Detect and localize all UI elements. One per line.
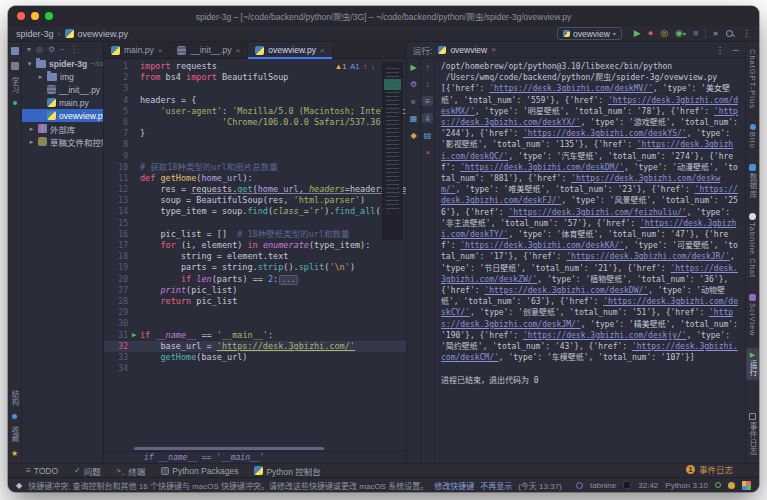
console-url-link[interactable]: 'https://desk.3gbizhi.com/deskMX/' bbox=[441, 96, 738, 116]
console-url-link[interactable]: 'https://desk.3gbizhi.com/deskZW/' bbox=[441, 264, 738, 284]
console-output[interactable]: /opt/homebrew/opt/python@3.10/libexec/bi… bbox=[435, 58, 745, 463]
locate-file-button[interactable]: ◎ bbox=[36, 45, 43, 54]
code-line[interactable]: 16 pic_list = [] # 18种壁纸类型的url和数量 bbox=[104, 229, 406, 240]
code-line[interactable]: 4headers = { bbox=[104, 95, 406, 106]
code-line[interactable]: 18 string = element.text bbox=[104, 251, 406, 262]
interpreter-widget[interactable]: Python 3.10 bbox=[665, 481, 708, 490]
run-button[interactable]: ▶ bbox=[634, 29, 641, 38]
minimize-window-button[interactable] bbox=[31, 12, 39, 20]
down-stack-trace-button[interactable]: ↓ bbox=[422, 79, 433, 89]
chevron-right-icon[interactable]: ▸ bbox=[37, 73, 44, 81]
console-url-link[interactable]: 'https://desk.3gbizhi.com/deskDW/' bbox=[484, 286, 648, 295]
code-editor[interactable]: 1import requests2from bs4 import Beautif… bbox=[104, 59, 406, 451]
code-line[interactable]: 17 for (i, element) in enumerate(type_it… bbox=[104, 240, 406, 251]
code-line[interactable]: 27 print(pic_list) bbox=[104, 285, 406, 296]
chevron-right-icon[interactable]: ▸ bbox=[28, 125, 35, 133]
code-line[interactable]: 13 soup = BeautifulSoup(res, 'html.parse… bbox=[104, 195, 406, 206]
close-icon[interactable]: × bbox=[158, 46, 163, 55]
structure-tool-label[interactable]: 结构 bbox=[9, 390, 20, 407]
console-url-link[interactable]: 'https://desk.3gbizhi.com/deskYS/' bbox=[523, 129, 687, 138]
up-stack-trace-button[interactable]: ↑ bbox=[422, 62, 433, 72]
learn-tool-label[interactable]: 学习 bbox=[9, 77, 20, 94]
editor-tab[interactable]: ovewview.py× bbox=[248, 42, 332, 58]
code-line[interactable]: 33 getHome(base_url) bbox=[104, 352, 406, 363]
tree-item-[interactable]: ▸外部库 bbox=[22, 122, 103, 135]
favorites-tool-label[interactable]: 收藏 bbox=[9, 426, 20, 443]
settings-gear-icon[interactable]: ⚙ bbox=[48, 45, 55, 54]
code-line[interactable]: 5 'user-agent': 'Mozilla/5.0 (Macintosh;… bbox=[104, 106, 406, 117]
console-url-link[interactable]: 'https://desk.3gbizhi.com/deskCM/' bbox=[441, 342, 738, 362]
code-line[interactable]: 6 'Chrome/106.0.0.0 Safari/537.36 ' bbox=[104, 117, 406, 128]
pin-tab-icon[interactable]: ◆ bbox=[408, 130, 419, 140]
code-line[interactable]: 8 bbox=[104, 139, 406, 150]
close-window-button[interactable] bbox=[17, 12, 25, 20]
console-url-link[interactable]: 'https://desk.3gbizhi.com/deskCY/' bbox=[441, 297, 738, 317]
print-button[interactable]: ▤ bbox=[422, 130, 433, 140]
tool-window-button-problems[interactable]: ✓问题 bbox=[74, 465, 101, 477]
next-issue-icon[interactable]: ↓ bbox=[371, 62, 375, 71]
restore-layout-button[interactable]: ▦ bbox=[408, 113, 419, 123]
tool-window-button-python-console[interactable]: Python 控制台 bbox=[254, 465, 320, 477]
commit-tool-icon[interactable] bbox=[11, 62, 19, 70]
tool-stripe-chatgpt[interactable]: ChatGPT-Plus bbox=[747, 46, 758, 112]
editor-tab[interactable]: __init__.py× bbox=[170, 42, 248, 58]
chevron-right-icon[interactable]: ▸ bbox=[28, 138, 35, 146]
dont-show-again-link[interactable]: 不再显示 bbox=[480, 480, 512, 491]
console-url-link[interactable]: 'https://desk.3gbizhi.com/deskKA/' bbox=[460, 241, 624, 250]
tree-item-mainpy[interactable]: main.py bbox=[22, 96, 103, 109]
tool-stripe-tabnine-chat[interactable]: Tabnine Chat bbox=[747, 210, 758, 281]
code-line[interactable]: 10# 获取18种类型的url和图片总数量 bbox=[104, 162, 406, 173]
run-tab[interactable]: ovewview × bbox=[438, 45, 496, 55]
search-everywhere-icon[interactable] bbox=[725, 29, 735, 39]
tool-window-button-todo[interactable]: ≡TODO bbox=[26, 466, 58, 476]
tool-stripe-sciview[interactable]: SciView bbox=[747, 291, 758, 340]
code-minimap[interactable] bbox=[382, 62, 403, 240]
tool-stripe-run[interactable]: ▶运行 bbox=[746, 348, 759, 380]
code-line[interactable]: 29 bbox=[104, 307, 406, 318]
rerun-button[interactable]: ▶ bbox=[408, 62, 419, 72]
soft-wrap-button[interactable]: ≡ bbox=[422, 96, 433, 106]
console-url-link[interactable]: 'https://desk.3gbizhi.com/deskJR/' bbox=[566, 252, 730, 261]
plugin-grid-icon[interactable] bbox=[742, 481, 751, 490]
modify-shortcuts-link[interactable]: 修改快捷键 bbox=[434, 480, 474, 491]
breadcrumb-file[interactable]: ovewview.py bbox=[78, 29, 129, 39]
close-icon[interactable]: × bbox=[236, 46, 241, 55]
tabnine-box-icon[interactable] bbox=[623, 481, 631, 489]
debug-button[interactable]: ● bbox=[648, 29, 653, 38]
console-url-link[interactable]: 'https://desk.3gbizhi.com/deskFJ/' bbox=[441, 185, 738, 205]
stop-button[interactable]: ■ bbox=[693, 29, 698, 38]
code-line[interactable]: 32 base_url = 'https://desk.3gbizhi.com/… bbox=[104, 341, 406, 352]
tool-window-button-terminal[interactable]: >_终端 bbox=[117, 465, 145, 477]
code-line[interactable]: 34 bbox=[104, 363, 406, 374]
console-url-link[interactable]: 'https://desk.3gbizhi.com/deskYX/' bbox=[441, 107, 738, 127]
coverage-button[interactable]: ◎ bbox=[660, 29, 668, 38]
close-icon[interactable]: × bbox=[491, 45, 496, 54]
code-line[interactable]: 28 return pic_list bbox=[104, 296, 406, 307]
console-url-link[interactable]: 'https://desk.3gbizhi.com/deskQC/' bbox=[441, 140, 733, 160]
project-tool-icon[interactable] bbox=[11, 47, 19, 55]
tree-item-ovewviewpy[interactable]: ovewview.py bbox=[22, 109, 103, 122]
tree-item-__init__py[interactable]: __init__.py bbox=[22, 83, 103, 96]
project-view-selector[interactable]: ▾ bbox=[27, 45, 31, 54]
notifications-bell-icon[interactable] bbox=[728, 482, 735, 489]
tool-stripe-database[interactable]: 数据库 bbox=[746, 161, 759, 202]
tool-window-button-packages[interactable]: Python Packages bbox=[161, 466, 238, 476]
kebab-menu-icon[interactable]: ⋮ bbox=[716, 45, 725, 55]
run-line-icon[interactable]: ▶ bbox=[128, 330, 140, 341]
code-line[interactable]: 31▶if __name__ == '__main__': bbox=[104, 330, 406, 341]
console-url-link[interactable]: 'https://desk.3gbizhi.com/deskMV/' bbox=[489, 84, 653, 93]
clear-console-button[interactable]: × bbox=[422, 147, 433, 157]
code-line[interactable]: 3 bbox=[104, 83, 406, 94]
console-url-link[interactable]: 'https://desk.3gbizhi.com/deskTY/' bbox=[441, 219, 736, 239]
code-line[interactable]: 20 if len(parts) == 2:... bbox=[104, 274, 406, 285]
close-icon[interactable]: × bbox=[320, 46, 325, 55]
run-settings-icon[interactable]: ⚙ bbox=[408, 79, 419, 89]
stop-button[interactable]: ■ bbox=[408, 96, 419, 106]
console-url-link[interactable]: 'https://desk.3gbizhi.com/deskDM/' bbox=[460, 163, 624, 172]
console-url-link[interactable]: 'https://desk.3gbizhi.com/deskwm/' bbox=[441, 174, 720, 194]
tool-stripe-icon[interactable] bbox=[12, 414, 17, 419]
console-url-link[interactable]: 'https://desk.3gbizhi.com/feizhuliu/' bbox=[508, 208, 686, 217]
breadcrumb-project[interactable]: spider-3g bbox=[16, 29, 54, 39]
code-with-me-icon[interactable]: × bbox=[713, 29, 718, 38]
code-line[interactable]: 14 type_item = soup.find(class_='r').fin… bbox=[104, 206, 406, 217]
